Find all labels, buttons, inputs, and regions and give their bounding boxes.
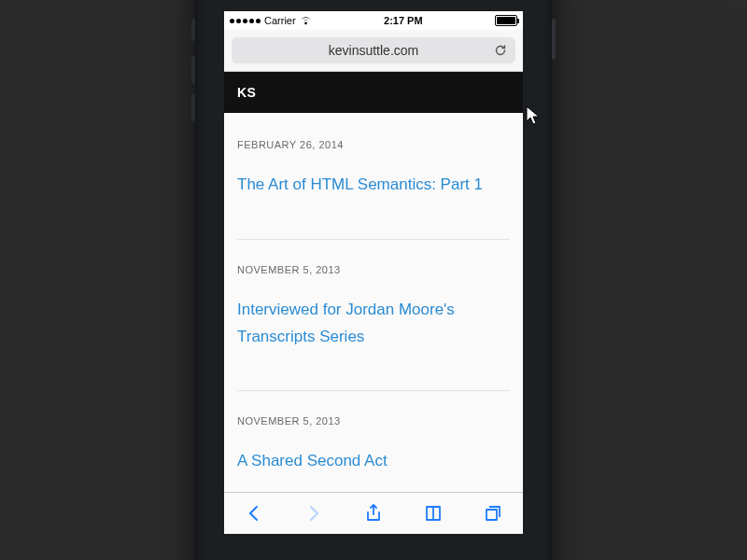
post-date: NOVEMBER 5, 2013 xyxy=(237,415,510,427)
status-time: 2:17 PM xyxy=(384,15,423,26)
status-bar-right xyxy=(495,15,517,26)
browser-address-bar: kevinsuttle.com xyxy=(224,30,523,72)
site-header: KS xyxy=(224,72,523,113)
site-brand[interactable]: KS xyxy=(237,85,256,100)
phone-device-frame: Carrier 2:17 PM kevinsuttle.com xyxy=(195,0,552,560)
carrier-label: Carrier xyxy=(264,15,296,26)
browser-toolbar xyxy=(224,492,523,534)
post-link[interactable]: The Art of HTML Semantics: Part 1 xyxy=(237,175,483,193)
wifi-icon xyxy=(300,16,312,25)
battery-icon xyxy=(495,15,517,26)
share-button[interactable] xyxy=(363,503,384,524)
post-item: FEBRUARY 26, 2014 The Art of HTML Semant… xyxy=(237,139,510,240)
back-button[interactable] xyxy=(244,503,264,524)
phone-volume-up xyxy=(191,56,195,84)
status-bar-left: Carrier xyxy=(230,15,312,26)
url-field[interactable]: kevinsuttle.com xyxy=(232,37,515,63)
post-date: FEBRUARY 26, 2014 xyxy=(237,139,510,150)
forward-button xyxy=(303,503,324,524)
status-bar: Carrier 2:17 PM xyxy=(224,11,523,30)
post-link[interactable]: A Shared Second Act xyxy=(237,452,388,469)
post-date: NOVEMBER 5, 2013 xyxy=(237,264,510,275)
phone-volume-down xyxy=(191,93,195,121)
phone-mute-switch xyxy=(191,19,195,41)
cell-signal-icon xyxy=(230,19,261,23)
phone-screen: Carrier 2:17 PM kevinsuttle.com xyxy=(224,11,523,534)
url-text: kevinsuttle.com xyxy=(329,43,418,58)
post-link[interactable]: Interviewed for Jordan Moore's Transcrip… xyxy=(237,301,455,345)
tabs-button[interactable] xyxy=(483,503,503,524)
post-list[interactable]: FEBRUARY 26, 2014 The Art of HTML Semant… xyxy=(224,113,523,531)
phone-power-button xyxy=(552,19,556,60)
post-item: NOVEMBER 5, 2013 Interviewed for Jordan … xyxy=(237,264,510,392)
bookmarks-button[interactable] xyxy=(423,503,444,524)
reload-icon[interactable] xyxy=(493,43,508,58)
